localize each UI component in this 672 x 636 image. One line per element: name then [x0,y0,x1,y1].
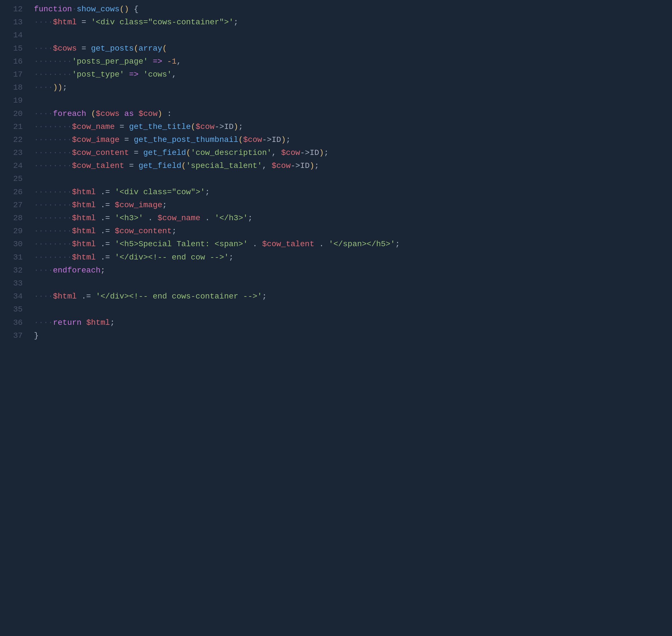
space-dot: · [62,201,67,210]
space-dot: · [58,135,62,144]
space-dot: · [34,227,39,236]
space-dot: · [39,148,43,157]
token-plain [134,110,139,118]
space-dot: · [34,188,39,196]
space-dot: · [39,318,43,327]
token-str: '</h3>' [215,214,248,222]
token-plain: = [129,148,143,157]
space-dot: · [67,240,72,249]
token-str: '</div><!-- end cow -->' [115,253,229,262]
space-dot: · [58,214,62,222]
token-fn: get_the_post_thumbnail [134,135,238,144]
token-kw: foreach [53,110,86,118]
token-var: $cows [53,44,77,53]
space-dot: · [39,253,43,262]
token-paren: ) [58,83,62,92]
space-dot: · [48,240,53,249]
space-dot: · [67,227,72,236]
space-dot: · [48,253,53,262]
space-dot: · [67,253,72,262]
token-plain: -> [262,135,272,144]
space-dot: · [53,135,58,144]
space-dot: · [34,135,39,144]
code-line: ····foreach ($cows as $cow) : [34,107,666,120]
line-number: 29 [8,225,23,238]
space-dot: · [48,122,53,131]
space-dot: · [43,201,49,210]
token-plain: ; [314,161,319,170]
token-paren: ) [53,83,58,92]
token-kw: function [34,5,72,14]
space-dot: · [43,135,49,144]
token-plain: ; [248,214,253,222]
token-var: $html [72,253,96,262]
space-dot: · [39,227,43,236]
space-dot: · [48,266,53,275]
space-dot: · [43,266,49,275]
line-number: 36 [8,316,23,329]
token-plain: , [271,148,281,157]
token-plain [148,57,153,66]
token-paren: ) [234,122,238,131]
space-dot: · [43,122,49,131]
space-dot: · [43,227,49,236]
code-editor: 1213141516171819202122232425262728293031… [0,0,672,636]
line-number: 18 [8,81,23,94]
space-dot: · [72,5,77,14]
token-plain: ; [324,148,329,157]
token-var: $cow_content [72,148,129,157]
space-dot: · [62,135,67,144]
space-dot: · [58,253,62,262]
space-dot: · [39,135,43,144]
token-plain: ; [229,253,234,262]
token-plain: = [115,122,129,131]
space-dot: · [62,57,67,66]
token-var: $html [86,318,110,327]
space-dot: · [67,201,72,210]
line-number: 33 [8,277,23,290]
space-dot: · [43,161,49,170]
line-number: 24 [8,159,23,173]
space-dot: · [67,148,72,157]
line-number: 27 [8,199,23,212]
code-line [34,94,666,107]
line-number: 22 [8,134,23,146]
space-dot: · [58,57,62,66]
line-number-gutter: 1213141516171819202122232425262728293031… [0,3,28,633]
token-var: $cow_image [115,201,162,210]
token-plain: .= [96,253,115,262]
space-dot: · [39,161,43,170]
token-kw: return [53,318,81,327]
line-number: 32 [8,264,23,277]
space-dot: · [34,122,39,131]
token-fn: array [139,44,162,53]
space-dot: · [48,70,53,79]
space-dot: · [43,318,49,327]
line-number: 15 [8,42,23,55]
space-dot: · [39,44,43,53]
token-plain: .= [96,214,115,222]
token-plain [120,110,124,118]
space-dot: · [67,57,72,66]
space-dot: · [48,201,53,210]
space-dot: · [39,266,43,275]
token-plain: . [248,240,262,249]
code-content: function·show_cows() {····$html = '<div … [28,3,672,633]
code-line: ········$html .= $cow_image; [34,199,666,212]
token-var: $cow [139,110,157,118]
space-dot: · [53,161,58,170]
token-plain: . [314,240,328,249]
token-plain: . [200,214,214,222]
space-dot: · [43,110,49,118]
space-dot: · [58,188,62,196]
space-dot: · [48,110,53,118]
line-number: 21 [8,120,23,134]
space-dot: · [43,214,49,222]
space-dot: · [39,214,43,222]
code-line [34,173,666,185]
space-dot: · [39,70,43,79]
code-line: ····return $html; [34,316,666,329]
token-plain: ; [205,188,210,196]
token-plain: .= [96,201,115,210]
token-plain: .= [96,188,115,196]
